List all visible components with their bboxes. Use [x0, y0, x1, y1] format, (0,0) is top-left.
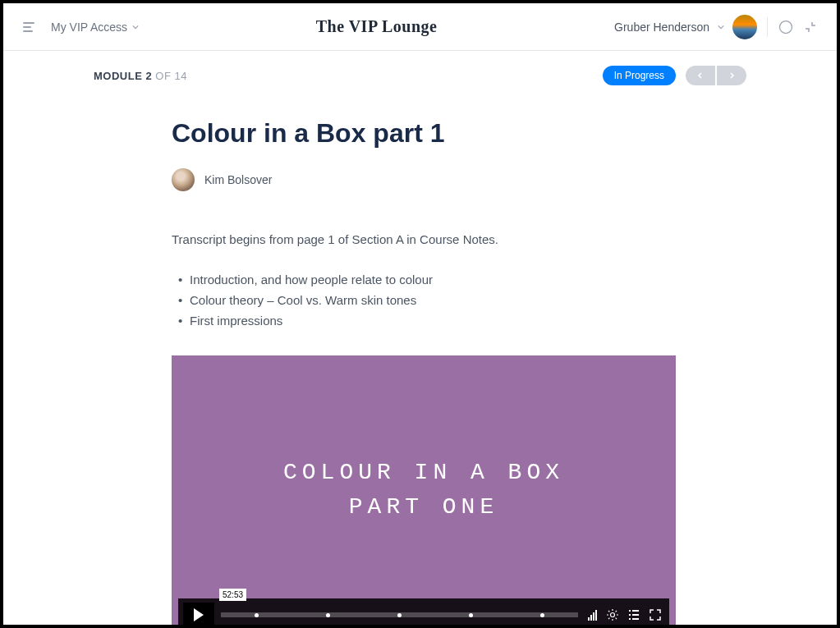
chevron-down-icon	[132, 24, 139, 30]
vip-access-dropdown[interactable]: My VIP Access	[51, 21, 139, 34]
prev-button[interactable]	[686, 66, 715, 85]
video-player[interactable]: COLOUR IN A BOX PART ONE 52:53	[172, 355, 676, 628]
video-duration: 52:53	[219, 589, 246, 601]
video-title-line1: COLOUR IN A BOX	[283, 456, 564, 490]
chevron-right-icon	[728, 71, 736, 80]
chevron-left-icon	[696, 71, 705, 80]
transcript-note: Transcript begins from page 1 of Section…	[172, 232, 746, 246]
collapse-icon[interactable]	[804, 21, 817, 34]
list-item: First impressions	[172, 310, 746, 331]
fullscreen-icon[interactable]	[649, 608, 662, 621]
brand-title: The VIP Lounge	[316, 17, 438, 36]
page-title: Colour in a Box part 1	[172, 118, 746, 149]
progress-bar[interactable]	[221, 612, 578, 617]
next-button[interactable]	[717, 66, 746, 85]
author-section: Kim Bolsover	[172, 168, 746, 191]
play-icon	[194, 608, 204, 621]
chevron-down-icon	[718, 24, 724, 30]
chapters-icon[interactable]	[627, 608, 640, 621]
video-title-overlay: COLOUR IN A BOX PART ONE	[283, 456, 564, 525]
settings-icon[interactable]	[606, 608, 619, 621]
dark-mode-icon[interactable]	[778, 19, 794, 35]
menu-icon[interactable]	[23, 22, 34, 32]
play-button[interactable]	[183, 603, 214, 627]
module-indicator: MODULE 2 OF 14	[94, 70, 187, 82]
volume-icon[interactable]	[585, 610, 600, 621]
vip-access-label: My VIP Access	[51, 21, 127, 34]
video-title-line2: PART ONE	[283, 490, 564, 525]
author-avatar	[172, 168, 195, 191]
user-menu[interactable]: Gruber Henderson	[614, 15, 757, 39]
list-item: Introduction, and how people relate to c…	[172, 269, 746, 290]
svg-point-0	[780, 21, 792, 33]
divider	[767, 17, 768, 37]
module-total: OF 14	[152, 70, 187, 82]
bullet-list: Introduction, and how people relate to c…	[172, 269, 746, 331]
user-name-label: Gruber Henderson	[614, 21, 709, 34]
svg-point-1	[611, 613, 615, 617]
module-number: MODULE 2	[94, 70, 152, 82]
video-controls: 52:53	[178, 598, 669, 628]
author-name: Kim Bolsover	[204, 173, 272, 186]
status-badge: In Progress	[603, 66, 676, 85]
user-avatar	[732, 15, 757, 39]
list-item: Colour theory – Cool vs. Warm skin tones	[172, 290, 746, 310]
